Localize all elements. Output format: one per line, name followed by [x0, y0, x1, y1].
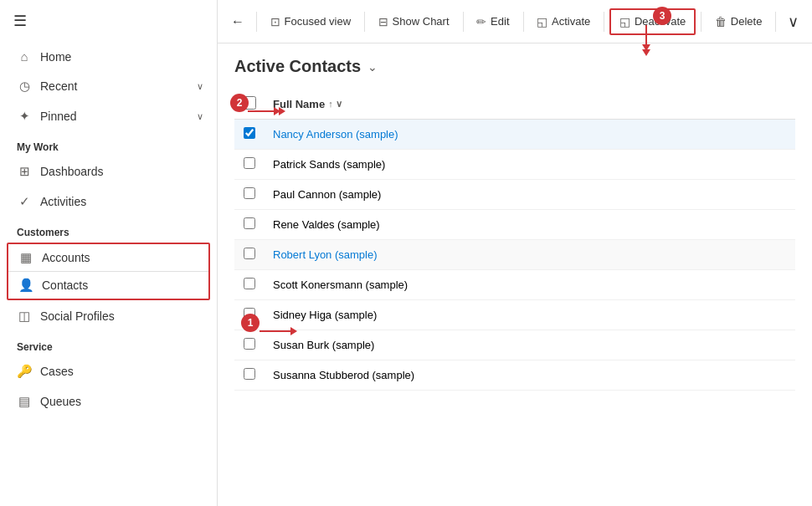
row-checkbox-cell: [234, 150, 265, 180]
table-row: Patrick Sands (sample): [234, 150, 795, 180]
sidebar-item-accounts[interactable]: ▦ Accounts: [8, 244, 208, 271]
sidebar-item-recent[interactable]: ◷ Recent ∨: [0, 71, 217, 101]
show-chart-button[interactable]: ⊟ Show Chart: [370, 10, 458, 33]
row-checkbox-cell: [234, 360, 265, 391]
row-checkbox-cell: [234, 120, 265, 150]
sidebar: ☰ ⌂ Home ◷ Recent ∨ ✦ Pinned ∨ My Work ⊞…: [0, 0, 218, 506]
toolbar-sep-7: [775, 12, 776, 32]
sidebar-item-cases[interactable]: 🔑 Cases: [0, 356, 217, 386]
edit-button[interactable]: ✏ Edit: [468, 10, 517, 33]
toolbar-sep-1: [256, 12, 257, 32]
row-name-cell: Sidney Higa (sample): [265, 300, 795, 330]
contact-name: Sidney Higa (sample): [273, 309, 377, 321]
sidebar-item-social-profiles[interactable]: ◫ Social Profiles: [0, 301, 217, 331]
activate-label: Activate: [552, 15, 590, 28]
contact-link[interactable]: Robert Lyon (sample): [273, 248, 378, 261]
sidebar-item-activities[interactable]: ✓ Activities: [0, 187, 217, 217]
more-button[interactable]: ∨: [781, 8, 805, 36]
show-chart-label: Show Chart: [393, 15, 450, 28]
focused-view-button[interactable]: ⊡ Focused view: [262, 10, 359, 33]
section-customers: Customers: [0, 217, 217, 242]
sidebar-item-home[interactable]: ⌂ Home: [0, 42, 217, 71]
delete-button[interactable]: 🗑 Delete: [707, 10, 771, 33]
queues-icon: ▤: [17, 394, 32, 409]
contact-name: Susanna Stubberod (sample): [273, 369, 414, 381]
activities-icon: ✓: [17, 194, 32, 209]
sidebar-item-contacts-label: Contacts: [42, 279, 88, 292]
table-row: Scott Konersmann (sample): [234, 270, 795, 300]
annotation-badge-3: 3: [653, 7, 671, 25]
table-row: Susanna Stubberod (sample): [234, 360, 795, 391]
content-area: 2 Active Contacts ⌄ Full Name: [218, 43, 812, 506]
deactivate-button[interactable]: ◱ Deactivate: [609, 8, 696, 35]
row-name-cell: Robert Lyon (sample): [265, 240, 795, 270]
row-checkbox[interactable]: [244, 338, 255, 350]
edit-label: Edit: [491, 15, 509, 28]
sidebar-item-contacts[interactable]: 👤 Contacts: [8, 271, 208, 299]
sidebar-item-accounts-label: Accounts: [42, 251, 90, 264]
row-checkbox[interactable]: [244, 248, 255, 259]
row-checkbox[interactable]: [244, 368, 255, 380]
toolbar-sep-4: [523, 12, 524, 32]
contact-name: Patrick Sands (sample): [273, 158, 385, 171]
row-checkbox[interactable]: [244, 127, 255, 139]
toolbar: ← ⊡ Focused view ⊟ Show Chart ✏ Edit ◱ A…: [218, 0, 812, 43]
row-checkbox[interactable]: [244, 187, 255, 199]
accounts-icon: ▦: [18, 250, 33, 265]
contact-link[interactable]: Nancy Anderson (sample): [273, 128, 398, 141]
row-name-cell: Scott Konersmann (sample): [265, 270, 795, 300]
row-name-cell: Susanna Stubberod (sample): [265, 360, 795, 391]
toolbar-sep-5: [604, 12, 604, 32]
row-checkbox[interactable]: [244, 278, 255, 289]
toolbar-sep-2: [364, 12, 365, 32]
delete-icon: 🗑: [715, 15, 727, 28]
focused-view-icon: ⊡: [270, 15, 280, 28]
sidebar-header: ☰: [0, 0, 217, 42]
contacts-icon: 👤: [18, 278, 33, 293]
row-checkbox[interactable]: [244, 157, 255, 169]
col-header-fullname: Full Name ↑ ∨: [265, 89, 795, 120]
table-row: Rene Valdes (sample): [234, 210, 795, 240]
main-area: 3 ← ⊡ Focused view ⊟ Show Chart ✏ Edit ◱…: [218, 0, 812, 506]
deactivate-icon: ◱: [619, 15, 630, 28]
cases-icon: 🔑: [17, 364, 32, 379]
toolbar-sep-3: [463, 12, 464, 32]
contact-name: Susan Burk (sample): [273, 339, 374, 351]
sidebar-item-recent-label: Recent: [40, 79, 77, 93]
row-checkbox-cell: [234, 180, 265, 210]
recent-chevron: ∨: [197, 81, 203, 92]
delete-label: Delete: [731, 15, 763, 28]
edit-icon: ✏: [476, 15, 486, 28]
row-name-cell: Patrick Sands (sample): [265, 150, 795, 180]
hamburger-icon[interactable]: ☰: [13, 12, 27, 30]
table-row: Sidney Higa (sample): [234, 300, 795, 330]
focused-view-label: Focused view: [285, 15, 351, 28]
home-icon: ⌂: [17, 49, 32, 64]
sidebar-item-pinned[interactable]: ✦ Pinned ∨: [0, 101, 217, 131]
sidebar-item-queues[interactable]: ▤ Queues: [0, 386, 217, 417]
activate-button[interactable]: ◱ Activate: [528, 10, 599, 33]
row-name-cell: Paul Cannon (sample): [265, 180, 795, 210]
recent-icon: ◷: [17, 79, 32, 94]
activate-icon: ◱: [537, 15, 547, 28]
sidebar-item-queues-label: Queues: [40, 395, 81, 408]
pinned-chevron: ∨: [197, 111, 203, 122]
row-checkbox[interactable]: [244, 217, 255, 229]
table-header-row: Full Name ↑ ∨: [234, 89, 795, 120]
row-checkbox-cell: [234, 240, 265, 270]
annotation-badge-1: 1: [241, 314, 260, 332]
sidebar-item-social-profiles-label: Social Profiles: [40, 309, 115, 323]
contacts-table: Full Name ↑ ∨ Nancy Anderson (sample)Pat…: [234, 89, 795, 391]
page-title: Active Contacts: [234, 57, 361, 76]
annotation-badge-2: 2: [230, 94, 249, 112]
row-name-cell: Rene Valdes (sample): [265, 210, 795, 240]
show-chart-icon: ⊟: [378, 15, 388, 28]
sort-indicator[interactable]: ↑ ∨: [328, 99, 342, 110]
sidebar-item-home-label: Home: [40, 50, 71, 64]
table-row: Nancy Anderson (sample): [234, 120, 795, 150]
row-checkbox-cell: [234, 270, 265, 300]
sidebar-item-dashboards[interactable]: ⊞ Dashboards: [0, 156, 217, 187]
toolbar-sep-6: [701, 12, 702, 32]
back-button[interactable]: ←: [224, 9, 251, 34]
page-title-chevron[interactable]: ⌄: [367, 60, 378, 74]
